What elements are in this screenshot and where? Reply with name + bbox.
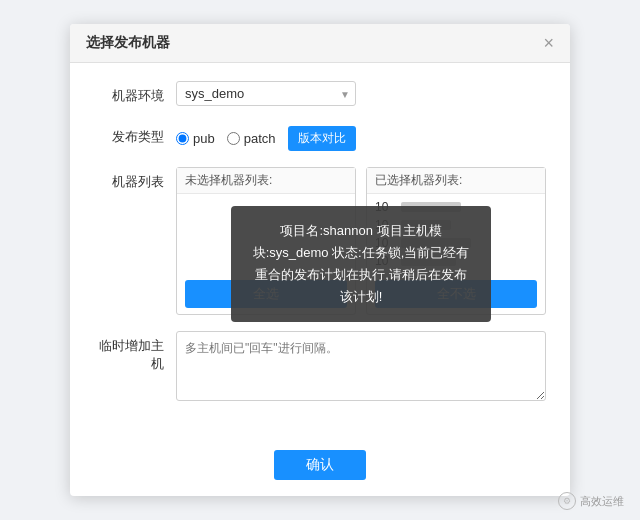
watermark-icon: ⚙	[558, 492, 576, 510]
temp-host-row: 临时增加主机	[94, 331, 546, 404]
radio-pub-input[interactable]	[176, 132, 189, 145]
env-select[interactable]: sys_demo	[176, 81, 356, 106]
watermark-text: 高效运维	[580, 494, 624, 509]
modal-dialog: 选择发布机器 × 机器环境 sys_demo ▼ 发布类型	[70, 24, 570, 496]
radio-pub[interactable]: pub	[176, 131, 215, 146]
version-compare-button[interactable]: 版本对比	[288, 126, 356, 151]
confirm-button[interactable]: 确认	[274, 450, 366, 480]
warning-overlay: 项目名:shannon 项目主机模块:sys_demo 状态:任务锁,当前已经有…	[231, 206, 491, 322]
type-radio-group: pub patch 版本对比	[176, 122, 546, 151]
temp-host-label: 临时增加主机	[94, 331, 164, 373]
modal-title: 选择发布机器	[86, 34, 170, 52]
temp-host-control	[176, 331, 546, 404]
close-icon[interactable]: ×	[543, 34, 554, 52]
radio-patch-label: patch	[244, 131, 276, 146]
machine-lists: 未选择机器列表: 全选 已选择机器列表:	[176, 167, 546, 315]
modal-header: 选择发布机器 ×	[70, 24, 570, 63]
env-row: 机器环境 sys_demo ▼	[94, 81, 546, 106]
machine-control: 未选择机器列表: 全选 已选择机器列表:	[176, 167, 546, 315]
type-row: 发布类型 pub patch 版本对比	[94, 122, 546, 151]
radio-patch[interactable]: patch	[227, 131, 276, 146]
temp-host-textarea[interactable]	[176, 331, 546, 401]
env-select-wrapper: sys_demo ▼	[176, 81, 356, 106]
unselected-panel-header: 未选择机器列表:	[177, 168, 355, 194]
radio-patch-input[interactable]	[227, 132, 240, 145]
type-control: pub patch 版本对比	[176, 122, 546, 151]
radio-pub-label: pub	[193, 131, 215, 146]
selected-panel-header: 已选择机器列表:	[367, 168, 545, 194]
type-label: 发布类型	[94, 122, 164, 146]
modal-body: 机器环境 sys_demo ▼ 发布类型	[70, 63, 570, 438]
modal-overlay: 选择发布机器 × 机器环境 sys_demo ▼ 发布类型	[0, 0, 640, 520]
env-label: 机器环境	[94, 81, 164, 105]
modal-footer: 确认	[70, 438, 570, 496]
env-control: sys_demo ▼	[176, 81, 546, 106]
machine-label: 机器列表	[94, 167, 164, 191]
watermark: ⚙ 高效运维	[558, 492, 624, 510]
warning-text: 项目名:shannon 项目主机模块:sys_demo 状态:任务锁,当前已经有…	[253, 223, 470, 304]
machine-row: 机器列表 未选择机器列表: 全选	[94, 167, 546, 315]
